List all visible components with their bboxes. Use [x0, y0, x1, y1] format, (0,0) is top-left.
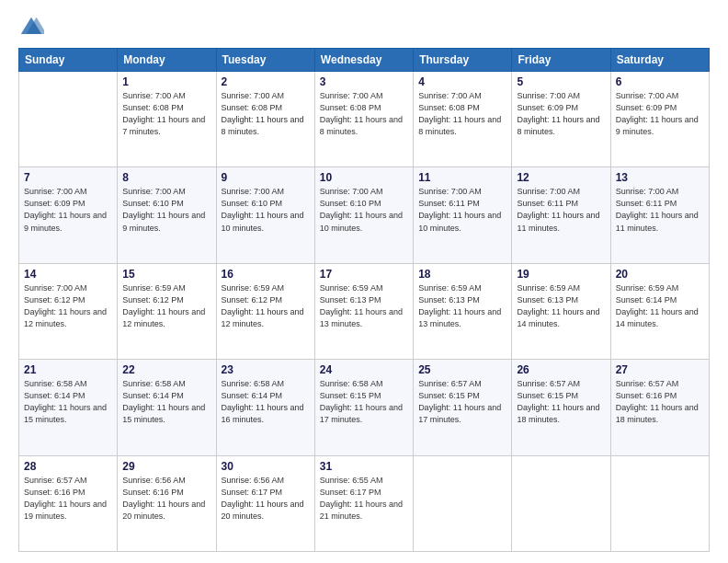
- day-info: Sunrise: 7:00 AMSunset: 6:08 PMDaylight:…: [122, 90, 210, 138]
- calendar-cell: 25Sunrise: 6:57 AMSunset: 6:15 PMDayligh…: [414, 360, 512, 455]
- calendar-cell: 24Sunrise: 6:58 AMSunset: 6:15 PMDayligh…: [314, 360, 413, 455]
- day-number: 8: [122, 171, 210, 184]
- calendar-cell: [610, 455, 709, 551]
- calendar-cell: 9Sunrise: 7:00 AMSunset: 6:10 PMDaylight…: [216, 167, 314, 263]
- calendar-cell: 29Sunrise: 6:56 AMSunset: 6:16 PMDayligh…: [118, 455, 216, 551]
- day-header-monday: Monday: [118, 49, 216, 72]
- day-number: 22: [122, 363, 210, 376]
- logo-icon: [18, 15, 44, 40]
- day-info: Sunrise: 6:58 AMSunset: 6:14 PMDaylight:…: [222, 378, 310, 426]
- calendar-cell: 6Sunrise: 7:00 AMSunset: 6:09 PMDaylight…: [610, 72, 709, 167]
- day-number: 20: [616, 268, 704, 281]
- day-number: 28: [24, 460, 112, 473]
- calendar-cell: [512, 455, 610, 551]
- calendar-cell: [19, 72, 118, 167]
- day-info: Sunrise: 6:59 AMSunset: 6:12 PMDaylight:…: [122, 282, 210, 330]
- day-number: 23: [222, 363, 310, 376]
- calendar-cell: 4Sunrise: 7:00 AMSunset: 6:08 PMDaylight…: [414, 72, 512, 167]
- calendar-cell: 15Sunrise: 6:59 AMSunset: 6:12 PMDayligh…: [118, 263, 216, 359]
- day-number: 21: [24, 363, 112, 376]
- day-info: Sunrise: 6:59 AMSunset: 6:13 PMDaylight:…: [320, 282, 408, 330]
- day-number: 31: [320, 460, 408, 473]
- day-number: 5: [517, 75, 605, 88]
- day-info: Sunrise: 6:58 AMSunset: 6:15 PMDaylight:…: [320, 378, 408, 426]
- calendar-cell: 7Sunrise: 7:00 AMSunset: 6:09 PMDaylight…: [19, 167, 118, 263]
- day-info: Sunrise: 7:00 AMSunset: 6:08 PMDaylight:…: [418, 90, 506, 138]
- day-number: 30: [222, 460, 310, 473]
- calendar-header-row: SundayMondayTuesdayWednesdayThursdayFrid…: [19, 49, 710, 72]
- day-header-thursday: Thursday: [414, 49, 512, 72]
- day-info: Sunrise: 6:55 AMSunset: 6:17 PMDaylight:…: [320, 475, 408, 523]
- day-number: 24: [320, 363, 408, 376]
- calendar-cell: 16Sunrise: 6:59 AMSunset: 6:12 PMDayligh…: [216, 263, 314, 359]
- calendar-cell: 21Sunrise: 6:58 AMSunset: 6:14 PMDayligh…: [19, 360, 118, 455]
- calendar-cell: 17Sunrise: 6:59 AMSunset: 6:13 PMDayligh…: [314, 263, 413, 359]
- day-info: Sunrise: 6:59 AMSunset: 6:13 PMDaylight:…: [418, 282, 506, 330]
- header: [18, 15, 710, 40]
- calendar-cell: 28Sunrise: 6:57 AMSunset: 6:16 PMDayligh…: [19, 455, 118, 551]
- day-number: 19: [517, 268, 605, 281]
- calendar-cell: 8Sunrise: 7:00 AMSunset: 6:10 PMDaylight…: [118, 167, 216, 263]
- calendar-cell: 18Sunrise: 6:59 AMSunset: 6:13 PMDayligh…: [414, 263, 512, 359]
- day-info: Sunrise: 7:00 AMSunset: 6:09 PMDaylight:…: [517, 90, 605, 138]
- day-number: 4: [418, 75, 506, 88]
- day-info: Sunrise: 7:00 AMSunset: 6:10 PMDaylight:…: [320, 186, 408, 234]
- day-info: Sunrise: 6:59 AMSunset: 6:13 PMDaylight:…: [517, 282, 605, 330]
- day-info: Sunrise: 7:00 AMSunset: 6:11 PMDaylight:…: [418, 186, 506, 234]
- calendar-cell: 1Sunrise: 7:00 AMSunset: 6:08 PMDaylight…: [118, 72, 216, 167]
- day-number: 2: [222, 75, 310, 88]
- day-info: Sunrise: 7:00 AMSunset: 6:11 PMDaylight:…: [517, 186, 605, 234]
- day-info: Sunrise: 6:56 AMSunset: 6:17 PMDaylight:…: [222, 475, 310, 523]
- day-info: Sunrise: 6:57 AMSunset: 6:15 PMDaylight:…: [517, 378, 605, 426]
- day-number: 14: [24, 268, 112, 281]
- day-info: Sunrise: 6:57 AMSunset: 6:15 PMDaylight:…: [418, 378, 506, 426]
- day-info: Sunrise: 7:00 AMSunset: 6:11 PMDaylight:…: [616, 186, 704, 234]
- day-number: 18: [418, 268, 506, 281]
- day-info: Sunrise: 6:57 AMSunset: 6:16 PMDaylight:…: [24, 475, 112, 523]
- calendar-cell: 12Sunrise: 7:00 AMSunset: 6:11 PMDayligh…: [512, 167, 610, 263]
- day-info: Sunrise: 6:58 AMSunset: 6:14 PMDaylight:…: [122, 378, 210, 426]
- day-header-wednesday: Wednesday: [314, 49, 413, 72]
- day-info: Sunrise: 7:00 AMSunset: 6:12 PMDaylight:…: [24, 282, 112, 330]
- day-header-saturday: Saturday: [610, 49, 709, 72]
- calendar-cell: 5Sunrise: 7:00 AMSunset: 6:09 PMDaylight…: [512, 72, 610, 167]
- day-info: Sunrise: 7:00 AMSunset: 6:08 PMDaylight:…: [222, 90, 310, 138]
- day-info: Sunrise: 7:00 AMSunset: 6:09 PMDaylight:…: [24, 186, 112, 234]
- day-info: Sunrise: 6:59 AMSunset: 6:14 PMDaylight:…: [616, 282, 704, 330]
- calendar-cell: 31Sunrise: 6:55 AMSunset: 6:17 PMDayligh…: [314, 455, 413, 551]
- day-number: 16: [222, 268, 310, 281]
- week-row-3: 14Sunrise: 7:00 AMSunset: 6:12 PMDayligh…: [19, 263, 710, 359]
- day-header-sunday: Sunday: [19, 49, 118, 72]
- day-info: Sunrise: 6:58 AMSunset: 6:14 PMDaylight:…: [24, 378, 112, 426]
- day-header-friday: Friday: [512, 49, 610, 72]
- calendar-cell: 22Sunrise: 6:58 AMSunset: 6:14 PMDayligh…: [118, 360, 216, 455]
- day-number: 1: [122, 75, 210, 88]
- day-number: 6: [616, 75, 704, 88]
- calendar-cell: 30Sunrise: 6:56 AMSunset: 6:17 PMDayligh…: [216, 455, 314, 551]
- calendar-cell: 3Sunrise: 7:00 AMSunset: 6:08 PMDaylight…: [314, 72, 413, 167]
- week-row-5: 28Sunrise: 6:57 AMSunset: 6:16 PMDayligh…: [19, 455, 710, 551]
- day-number: 7: [24, 171, 112, 184]
- day-info: Sunrise: 7:00 AMSunset: 6:09 PMDaylight:…: [616, 90, 704, 138]
- calendar-cell: 11Sunrise: 7:00 AMSunset: 6:11 PMDayligh…: [414, 167, 512, 263]
- day-number: 13: [616, 171, 704, 184]
- calendar-cell: 13Sunrise: 7:00 AMSunset: 6:11 PMDayligh…: [610, 167, 709, 263]
- calendar-cell: 19Sunrise: 6:59 AMSunset: 6:13 PMDayligh…: [512, 263, 610, 359]
- day-number: 15: [122, 268, 210, 281]
- calendar-table: SundayMondayTuesdayWednesdayThursdayFrid…: [18, 48, 710, 552]
- day-number: 29: [122, 460, 210, 473]
- logo: [18, 15, 48, 40]
- day-info: Sunrise: 6:56 AMSunset: 6:16 PMDaylight:…: [122, 475, 210, 523]
- day-number: 9: [222, 171, 310, 184]
- week-row-1: 1Sunrise: 7:00 AMSunset: 6:08 PMDaylight…: [19, 72, 710, 167]
- day-number: 25: [418, 363, 506, 376]
- day-number: 3: [320, 75, 408, 88]
- calendar-cell: 2Sunrise: 7:00 AMSunset: 6:08 PMDaylight…: [216, 72, 314, 167]
- day-number: 26: [517, 363, 605, 376]
- day-number: 17: [320, 268, 408, 281]
- week-row-2: 7Sunrise: 7:00 AMSunset: 6:09 PMDaylight…: [19, 167, 710, 263]
- calendar-cell: 14Sunrise: 7:00 AMSunset: 6:12 PMDayligh…: [19, 263, 118, 359]
- page: SundayMondayTuesdayWednesdayThursdayFrid…: [0, 0, 728, 563]
- calendar-cell: [414, 455, 512, 551]
- day-info: Sunrise: 7:00 AMSunset: 6:10 PMDaylight:…: [122, 186, 210, 234]
